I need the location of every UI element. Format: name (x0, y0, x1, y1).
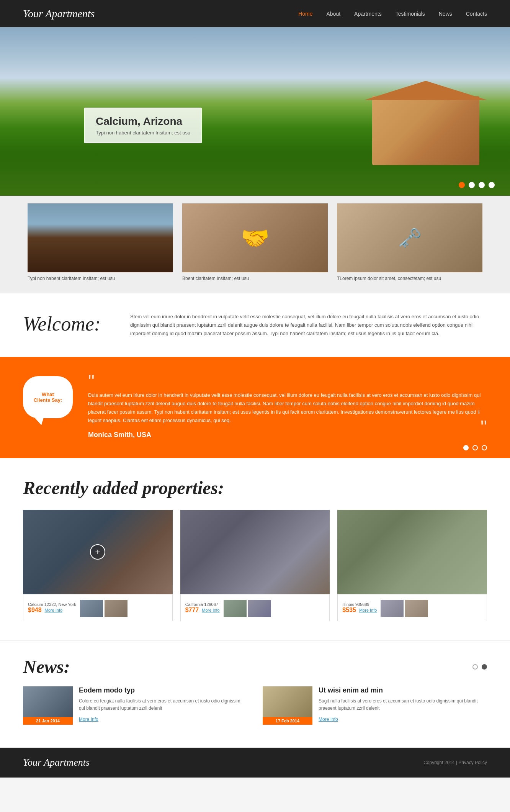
thumbnail-row: Typi non habent claritatem Insitam; est … (0, 196, 510, 293)
property-card-1: + Calcium 12322, New York $948 More Info (23, 510, 173, 621)
property-thumbs-1 (80, 600, 127, 617)
hero-dot-2[interactable] (469, 182, 475, 188)
navbar: Your Apartments Home About Apartments Te… (0, 0, 510, 27)
properties-grid: + Calcium 12322, New York $948 More Info (23, 510, 487, 621)
news-more-2[interactable]: More Info (319, 717, 338, 722)
nav-about[interactable]: About (327, 11, 341, 17)
thumb-image-house (28, 203, 173, 272)
property-card-2: California 129067 $777 More Info (180, 510, 330, 621)
prop-thumb-3a[interactable] (381, 600, 404, 617)
nav-contacts[interactable]: Contacts (466, 11, 487, 17)
thumb-caption-1: Typi non habent claritatem Insitam; est … (28, 275, 173, 282)
prop-thumb-1a[interactable] (80, 600, 103, 617)
property-label-3: Illinois 905689 (342, 602, 377, 607)
property-price-3: $535 (342, 607, 356, 614)
property-thumbs-2 (224, 600, 271, 617)
hero-section: Calcium, Arizona Typi non habent clarita… (0, 27, 510, 196)
nav-home[interactable]: Home (298, 11, 312, 17)
property-price-2: $777 (185, 607, 199, 614)
properties-section: Recently added properties: + Calcium 123… (0, 458, 510, 640)
news-dot-1[interactable] (472, 664, 478, 670)
news-grid: 21 Jan 2014 Eodem modo typ Colore eu feu… (23, 686, 487, 725)
testimonial-author: Monica Smith, USA (88, 431, 487, 439)
news-content-1: Eodem modo typ Colore eu feugiat nulla f… (79, 686, 247, 725)
news-section: News: 21 Jan 2014 Eodem modo typ Colore … (0, 640, 510, 748)
property-image-1: + (23, 510, 173, 594)
thumb-image-hands: 🤝 (182, 203, 328, 272)
thumb-item-2: 🤝 Bbent claritatem Insitam; est usu (182, 203, 328, 282)
testimonial-content: " Duis autem vel eum iriure dolor in hen… (88, 376, 487, 439)
prop-thumb-2b[interactable] (248, 600, 271, 617)
t-dot-1[interactable] (463, 445, 469, 450)
property-label-2: California 129067 (185, 602, 220, 607)
testimonial-dots (463, 445, 487, 450)
thumb-caption-2: Bbent claritatem Insitam; est usu (182, 275, 328, 282)
property-info-1: Calcium 12322, New York $948 More Info (23, 594, 173, 621)
nav-testimonials[interactable]: Testimonials (396, 11, 425, 17)
news-headline-1: Eodem modo typ (79, 686, 247, 694)
prop-thumb-2a[interactable] (224, 600, 247, 617)
news-image-1: 21 Jan 2014 (23, 686, 73, 725)
news-text-2: Sugit nulla facilisis at vero eros et ac… (319, 697, 487, 712)
footer-logo: Your Apartments (23, 757, 90, 768)
property-image-3 (337, 510, 487, 594)
hero-dot-1[interactable] (459, 182, 465, 188)
footer-copyright: Copyright 2014 | Privacy Policy (423, 760, 487, 765)
hero-location: Calcium, Arizona (96, 115, 190, 128)
news-text-1: Colore eu feugiat nulla facilisis at ver… (79, 697, 247, 712)
bubble-text-2: Clients Say: (34, 397, 62, 403)
property-thumbs-3 (381, 600, 428, 617)
nav-news[interactable]: News (439, 11, 452, 17)
t-dot-2[interactable] (472, 445, 478, 450)
thumb-item-3: 🗝️ TLorem ipsum dolor sit amet, consecte… (337, 203, 482, 282)
welcome-title: Welcome: (23, 313, 107, 335)
speech-bubble: What Clients Say: (23, 376, 73, 418)
prop-thumb-1b[interactable] (105, 600, 127, 617)
prop-thumb-3b[interactable] (405, 600, 428, 617)
nav-links: Home About Apartments Testimonials News … (298, 10, 487, 17)
property-info-3: Illinois 905689 $535 More Info (337, 594, 487, 621)
bubble-text-1: What (42, 391, 54, 397)
testimonial-quote: Duis autem vel eum iriure dolor in hendr… (88, 391, 487, 425)
news-date-1: 21 Jan 2014 (23, 717, 73, 725)
property-label-1: Calcium 12322, New York (28, 602, 76, 607)
nav-apartments[interactable]: Apartments (354, 11, 382, 17)
thumb-caption-3: TLorem ipsum dolor sit amet, consectetam… (337, 275, 482, 282)
hero-dot-4[interactable] (489, 182, 495, 188)
footer: Your Apartments Copyright 2014 | Privacy… (0, 748, 510, 778)
news-item-2: 17 Feb 2014 Ut wisi enim ad min Sugit nu… (263, 686, 487, 725)
hero-tagline: Typi non habent claritatem Insitam; est … (96, 130, 190, 136)
testimonial-section: What Clients Say: " Duis autem vel eum i… (0, 357, 510, 458)
news-image-2: 17 Feb 2014 (263, 686, 312, 725)
news-date-2: 17 Feb 2014 (263, 717, 312, 725)
hero-caption: Calcium, Arizona Typi non habent clarita… (84, 108, 202, 143)
thumb-item-1: Typi non habent claritatem Insitam; est … (28, 203, 173, 282)
news-title: News: (23, 656, 70, 677)
news-content-2: Ut wisi enim ad min Sugit nulla facilisi… (319, 686, 487, 725)
properties-title: Recently added properties: (23, 477, 487, 498)
property-price-1: $948 (28, 607, 42, 614)
property-more-3[interactable]: More Info (359, 608, 377, 612)
news-more-1[interactable]: More Info (79, 717, 98, 722)
news-nav-dots (472, 664, 487, 670)
property-card-3: Illinois 905689 $535 More Info (337, 510, 487, 621)
property-more-1[interactable]: More Info (45, 608, 62, 612)
site-logo[interactable]: Your Apartments (23, 8, 95, 20)
thumb-image-keys: 🗝️ (337, 203, 482, 272)
news-headline-2: Ut wisi enim ad min (319, 686, 487, 694)
welcome-section: Welcome: Stem vel eum iriure dolor in he… (0, 293, 510, 357)
quote-open-icon: " (88, 376, 487, 387)
hero-dot-3[interactable] (479, 182, 485, 188)
hero-slider-dots (459, 182, 495, 188)
news-header: News: (23, 656, 487, 677)
property-plus-icon-1[interactable]: + (90, 544, 105, 560)
property-image-2 (180, 510, 330, 594)
hero-house-image (372, 96, 479, 165)
welcome-text: Stem vel eum iriure dolor in hendrerit i… (130, 313, 487, 338)
property-more-2[interactable]: More Info (202, 608, 219, 612)
news-dot-2[interactable] (482, 664, 487, 670)
t-dot-3[interactable] (482, 445, 487, 450)
property-info-2: California 129067 $777 More Info (180, 594, 330, 621)
news-item-1: 21 Jan 2014 Eodem modo typ Colore eu feu… (23, 686, 247, 725)
